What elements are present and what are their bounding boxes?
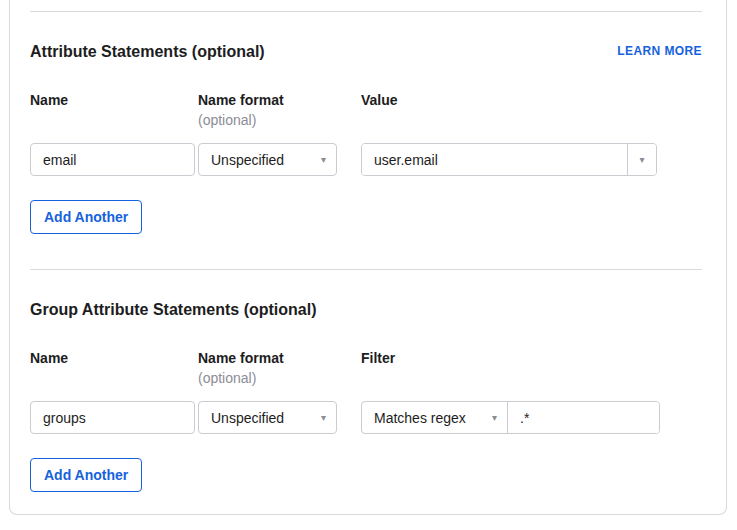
section-divider (30, 269, 702, 270)
column-header-name-format: Name format (198, 349, 361, 367)
attribute-statements-section: Attribute Statements (optional) LEARN MO… (30, 42, 702, 234)
attribute-value-combo: ▾ (361, 143, 657, 176)
optional-note: (optional) (198, 369, 361, 387)
add-another-button[interactable]: Add Another (30, 200, 142, 234)
column-headers: Name Name format (optional) Filter (30, 349, 702, 387)
section-divider (30, 11, 702, 12)
filter-value-input[interactable] (508, 402, 659, 433)
chevron-down-icon: ▾ (321, 155, 326, 165)
name-format-select[interactable]: Unspecified ▾ (198, 143, 337, 176)
optional-note: (optional) (198, 111, 361, 129)
column-header-name: Name (30, 91, 198, 129)
name-format-select[interactable]: Unspecified ▾ (198, 401, 337, 434)
attribute-value-dropdown-button[interactable]: ▾ (627, 144, 656, 175)
group-filter-combo: Matches regex ▾ (361, 401, 660, 434)
group-attribute-name-input[interactable] (30, 401, 195, 434)
name-format-selected-value: Unspecified (211, 410, 284, 426)
section-title: Attribute Statements (optional) (30, 42, 265, 62)
chevron-down-icon: ▾ (492, 413, 497, 423)
learn-more-link[interactable]: LEARN MORE (617, 44, 702, 58)
column-header-name: Name (30, 349, 198, 387)
column-headers: Name Name format (optional) Value (30, 91, 702, 129)
name-format-selected-value: Unspecified (211, 152, 284, 168)
section-title: Group Attribute Statements (optional) (30, 300, 317, 320)
column-header-filter: Filter (361, 349, 702, 387)
attribute-row: Unspecified ▾ ▾ (30, 143, 702, 176)
filter-type-selected-value: Matches regex (374, 410, 466, 426)
group-attribute-row: Unspecified ▾ Matches regex ▾ (30, 401, 702, 434)
column-header-value: Value (361, 91, 702, 129)
saml-settings-card: Attribute Statements (optional) LEARN MO… (9, 0, 727, 515)
column-header-name-format: Name format (198, 91, 361, 109)
attribute-value-input[interactable] (362, 144, 627, 175)
filter-type-select[interactable]: Matches regex ▾ (362, 402, 508, 433)
chevron-down-icon: ▾ (639, 155, 644, 165)
group-attribute-statements-section: Group Attribute Statements (optional) Na… (30, 300, 702, 492)
chevron-down-icon: ▾ (321, 413, 326, 423)
add-another-button[interactable]: Add Another (30, 458, 142, 492)
attribute-name-input[interactable] (30, 143, 195, 176)
